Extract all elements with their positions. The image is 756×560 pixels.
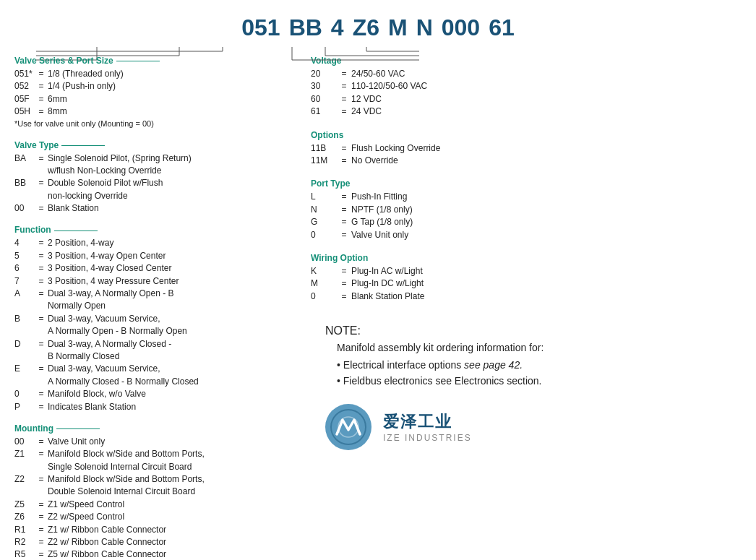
- list-item: 051* = 1/8 (Threaded only): [14, 68, 282, 80]
- note-item-1: • Electrical interface options see page …: [337, 359, 742, 371]
- list-item: D = Dual 3-way, A Normally Closed -B Nor…: [14, 338, 282, 363]
- section-valve-series: Valve Series & Port Size 051* = 1/8 (Thr…: [14, 56, 282, 130]
- code-Z6: Z6: [353, 14, 379, 41]
- logo-circle: [325, 404, 371, 450]
- logo-text-area: 爱泽工业 IZE INDUSTRIES: [383, 411, 472, 443]
- list-item: Z2 = Manifold Block w/Side and Bottom Po…: [14, 473, 282, 499]
- section-wiring-option: Wiring Option K = Plug-In AC w/Light M =…: [311, 253, 742, 303]
- section-mounting: Mounting 00 = Valve Unit only Z1 = Manif…: [14, 423, 282, 560]
- list-item: 11M = No Override: [311, 155, 742, 167]
- valve-type-title: Valve Type: [14, 140, 282, 150]
- section-options: Options 11B = Flush Locking Override 11M…: [311, 130, 742, 168]
- section-voltage: Voltage 20 = 24/50-60 VAC 30 = 110-120/5…: [311, 56, 742, 119]
- list-item: R2 = Z2 w/ Ribbon Cable Connector: [14, 536, 282, 548]
- list-item: 5 = 3 Position, 4-way Open Center: [14, 250, 282, 262]
- list-item: 00 = Valve Unit only: [14, 436, 282, 448]
- list-item: Z5 = Z1 w/Speed Control: [14, 499, 282, 511]
- note-item-2: • Fieldbus electronics see Electronics s…: [337, 375, 742, 387]
- logo-area: 爱泽工业 IZE INDUSTRIES: [311, 404, 742, 450]
- code-051: 051: [241, 14, 280, 41]
- mounting-title: Mounting: [14, 423, 282, 434]
- code-M: M: [388, 14, 408, 41]
- list-item: L = Push-In Fitting: [311, 191, 742, 203]
- logo-chinese-text: 爱泽工业: [383, 411, 472, 433]
- list-item: 4 = 2 Position, 4-way: [14, 237, 282, 249]
- list-item: 61 = 24 VDC: [311, 105, 742, 118]
- list-item: N = NPTF (1/8 only): [311, 204, 742, 216]
- list-item: M = Plug-In DC w/Light: [311, 277, 742, 290]
- code-BB: BB: [289, 14, 322, 41]
- code-61: 61: [489, 14, 515, 41]
- note-section: NOTE: Manifold assembly kit ordering inf…: [311, 324, 742, 387]
- list-item: R1 = Z1 w/ Ribbon Cable Connector: [14, 524, 282, 536]
- svg-point-14: [331, 410, 366, 444]
- list-item: B = Dual 3-way, Vacuum Service,A Normall…: [14, 313, 282, 338]
- list-item: Z1 = Manifold Block w/Side and Bottom Po…: [14, 448, 282, 473]
- list-item: E = Dual 3-way, Vacuum Service,A Normall…: [14, 363, 282, 388]
- left-column: Valve Series & Port Size 051* = 1/8 (Thr…: [14, 56, 282, 560]
- logo-svg: [330, 408, 367, 446]
- list-item: *Use for valve unit only (Mounting = 00): [14, 119, 282, 130]
- function-title: Function: [14, 225, 282, 235]
- list-item: Z6 = Z2 w/Speed Control: [14, 511, 282, 523]
- section-port-type: Port Type L = Push-In Fitting N = NPTF (…: [311, 178, 742, 241]
- code-N: N: [416, 14, 433, 41]
- title-codes: 051 BB 4 Z6 M N 000 61: [14, 14, 742, 41]
- list-item: BA = Single Solenoid Pilot, (Spring Retu…: [14, 152, 282, 178]
- list-item: 7 = 3 Position, 4 way Pressure Center: [14, 275, 282, 288]
- list-item: 052 = 1/4 (Push-in only): [14, 80, 282, 92]
- options-title: Options: [311, 130, 742, 140]
- list-item: 6 = 3 Position, 4-way Closed Center: [14, 262, 282, 275]
- section-function: Function 4 = 2 Position, 4-way 5 = 3 Pos…: [14, 225, 282, 413]
- main-layout: Valve Series & Port Size 051* = 1/8 (Thr…: [14, 56, 742, 560]
- section-valve-type: Valve Type BA = Single Solenoid Pilot, (…: [14, 140, 282, 215]
- list-item: G = G Tap (1/8 only): [311, 216, 742, 228]
- list-item: 0 = Manifold Block, w/o Valve: [14, 388, 282, 400]
- list-item: 05F = 6mm: [14, 93, 282, 105]
- list-item: 30 = 110-120/50-60 VAC: [311, 80, 742, 92]
- note-title: NOTE:: [325, 324, 742, 337]
- valve-series-title: Valve Series & Port Size: [14, 56, 282, 66]
- list-item: P = Indicates Blank Station: [14, 401, 282, 413]
- port-type-title: Port Type: [311, 178, 742, 189]
- page-container: 051 BB 4 Z6 M N 000 61: [0, 0, 756, 560]
- list-item: 00 = Blank Station: [14, 202, 282, 215]
- right-column: Voltage 20 = 24/50-60 VAC 30 = 110-120/5…: [282, 56, 742, 560]
- list-item: 60 = 12 VDC: [311, 93, 742, 105]
- list-item: R5 = Z5 w/ Ribbon Cable Connector: [14, 548, 282, 560]
- list-item: 20 = 24/50-60 VAC: [311, 68, 742, 80]
- list-item: 0 = Valve Unit only: [311, 229, 742, 241]
- logo-english-text: IZE INDUSTRIES: [383, 433, 472, 443]
- list-item: 11B = Flush Locking Override: [311, 142, 742, 155]
- note-body: Manifold assembly kit ordering informati…: [325, 342, 742, 353]
- list-item: 05H = 8mm: [14, 105, 282, 118]
- wiring-option-title: Wiring Option: [311, 253, 742, 263]
- code-000: 000: [442, 14, 480, 41]
- voltage-title: Voltage: [311, 56, 742, 66]
- list-item: A = Dual 3-way, A Normally Open - BNorma…: [14, 288, 282, 313]
- code-4: 4: [331, 14, 344, 41]
- list-item: BB = Double Solenoid Pilot w/Flushnon-lo…: [14, 177, 282, 202]
- list-item: 0 = Blank Station Plate: [311, 290, 742, 303]
- list-item: K = Plug-In AC w/Light: [311, 265, 742, 277]
